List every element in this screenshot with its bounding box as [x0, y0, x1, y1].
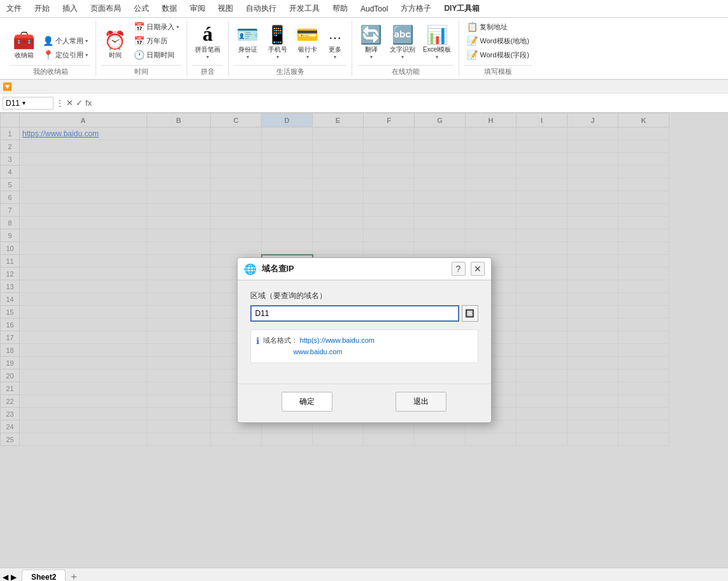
formula-confirm-btn[interactable]: ✓ [76, 98, 83, 108]
formula-bar: D11 ▾ ⋮ ✕ ✓ fx [0, 94, 728, 113]
confirm-button[interactable]: 确定 [282, 392, 332, 412]
personal-icon: 👤 [43, 36, 54, 46]
sheet-tabs: ◀ ▶ Sheet2 ＋ [0, 568, 728, 581]
ocr-icon: 🔤 [392, 26, 414, 44]
modal-body: 区域（要查询的域名） 🔲 ℹ 域名格式： http(s)://www.baidu… [238, 280, 491, 384]
modal-footer: 确定 退出 [238, 384, 491, 419]
quick-access-bar: 🔽 [0, 80, 728, 94]
ribbon-btn-idcard[interactable]: 🪪 身份证 ▾ [234, 25, 261, 61]
menu-formula[interactable]: 公式 [127, 1, 155, 17]
menu-file[interactable]: 文件 [0, 1, 28, 17]
menu-insert[interactable]: 插入 [56, 1, 84, 17]
formula-expand-btn[interactable]: ⋮ [56, 99, 64, 108]
ribbon-btn-almanac[interactable]: 📅 万年历 [131, 34, 182, 47]
info-text: 域名格式： http(s)://www.baidu.com www.baidu.… [263, 335, 375, 357]
ribbon-group-online: 🔄 翻译 ▾ 🔤 文字识别 ▾ 📊 Excel模板 ▾ 在线功能 [352, 20, 459, 76]
ribbon-btn-personal[interactable]: 👤 个人常用 ▾ [40, 34, 90, 47]
ribbon-btn-bankcard[interactable]: 💳 银行卡 ▾ [294, 25, 321, 61]
modal-app-icon: 🌐 [244, 263, 257, 275]
pinyin-icon: á [203, 24, 213, 44]
ribbon-btn-more[interactable]: ⋯ 更多 ▾ [324, 30, 346, 61]
cancel-button[interactable]: 退出 [396, 392, 446, 412]
ribbon-group-time: ⏰ 时间 📅 日期录入 ▾ 📅 万年历 🕐 日期时间 [96, 20, 187, 76]
formula-cancel-btn[interactable]: ✕ [66, 98, 73, 108]
excel-icon: 📊 [426, 26, 448, 44]
ribbon-btn-exceltemplate[interactable]: 📊 Excel模板 ▾ [420, 25, 453, 61]
field-label: 区域（要查询的域名） [250, 290, 478, 301]
ribbon-btn-wordtemplate1[interactable]: 📝 Word模板(地地) [464, 34, 531, 47]
more-icon: ⋯ [329, 31, 341, 44]
menu-developer[interactable]: 开发工具 [283, 1, 326, 17]
modal-overlay: 🌐 域名查IP ? ✕ 区域（要查询的域名） 🔲 [0, 113, 728, 568]
formula-fx-btn[interactable]: fx [85, 98, 92, 108]
select-range-icon: 🔲 [465, 309, 475, 318]
sheet-tab-sheet2[interactable]: Sheet2 [22, 570, 66, 581]
idcard-icon: 🪪 [236, 26, 259, 44]
ribbon-group-inbox: 🧰 收纳箱 👤 个人常用 ▾ 📍 定位引用 ▾ 我的收纳箱 [5, 20, 96, 76]
ribbon: 🧰 收纳箱 👤 个人常用 ▾ 📍 定位引用 ▾ 我的收纳箱 [0, 18, 728, 80]
spreadsheet-container: A B C D E F G H I J K 1https://www.baidu… [0, 113, 728, 568]
ribbon-group-pinyin: á 拼音笔画 ▾ 拼音 [187, 20, 229, 76]
formula-input[interactable] [94, 97, 725, 109]
scroll-left-btn[interactable]: ◀ [3, 573, 8, 582]
bankcard-icon: 💳 [296, 26, 318, 44]
word-icon-1: 📝 [467, 36, 478, 46]
menu-ffgz[interactable]: 方方格子 [394, 1, 438, 17]
ribbon-btn-inbox[interactable]: 🧰 收纳箱 [10, 31, 38, 61]
name-box[interactable]: D11 ▾ [3, 97, 54, 110]
inbox-icon: 🧰 [13, 32, 35, 50]
ribbon-btn-ocr[interactable]: 🔤 文字识别 ▾ [387, 25, 418, 61]
modal-title: 域名查IP [262, 263, 452, 275]
ribbon-btn-phone[interactable]: 📱 手机号 ▾ [264, 25, 291, 61]
main-area: A B C D E F G H I J K 1https://www.baidu… [0, 113, 728, 568]
ribbon-btn-copyaddress[interactable]: 📋 复制地址 [464, 20, 531, 33]
menu-audtool[interactable]: AudTool [354, 2, 394, 16]
calendar-icon: 📅 [134, 22, 145, 32]
word-icon-2: 📝 [467, 50, 478, 60]
ribbon-btn-time[interactable]: ⏰ 时间 [101, 31, 129, 61]
ribbon-btn-datetime[interactable]: 🕐 日期时间 [131, 48, 182, 61]
modal-close-btn[interactable]: ✕ [471, 262, 485, 276]
menu-view[interactable]: 视图 [211, 1, 239, 17]
clock-icon: 🕐 [134, 50, 145, 60]
menu-layout[interactable]: 页面布局 [84, 1, 127, 17]
ribbon-btn-pinyin[interactable]: á 拼音笔画 ▾ [192, 22, 223, 61]
ribbon-btn-translate[interactable]: 🔄 翻译 ▾ [357, 25, 385, 61]
add-sheet-btn[interactable]: ＋ [67, 570, 81, 582]
locate-icon: 📍 [43, 50, 54, 60]
ribbon-group-template: 📋 复制地址 📝 Word模板(地地) 📝 Word模板(字段) 填写模板 [459, 20, 536, 76]
menu-help[interactable]: 帮助 [326, 1, 354, 17]
domain-input[interactable] [250, 305, 459, 322]
time-icon: ⏰ [104, 32, 126, 50]
menu-diy[interactable]: DIY工具箱 [438, 1, 486, 17]
menu-data[interactable]: 数据 [155, 1, 183, 17]
menu-review[interactable]: 审阅 [183, 1, 211, 17]
ribbon-btn-locate[interactable]: 📍 定位引用 ▾ [40, 48, 90, 61]
field-input-row: 🔲 [250, 305, 478, 322]
menu-home[interactable]: 开始 [28, 1, 56, 17]
info-row: ℹ 域名格式： http(s)://www.baidu.com www.baid… [250, 329, 478, 363]
info-icon: ℹ [256, 336, 259, 346]
ribbon-btn-wordtemplate2[interactable]: 📝 Word模板(字段) [464, 48, 531, 61]
phone-icon: 📱 [266, 26, 289, 44]
scroll-right-btn[interactable]: ▶ [11, 573, 17, 582]
menu-autorun[interactable]: 自动执行 [239, 1, 283, 17]
modal-help-btn[interactable]: ? [452, 262, 466, 276]
ribbon-group-services: 🪪 身份证 ▾ 📱 手机号 ▾ 💳 银行卡 ▾ ⋯ 更多 ▾ [229, 20, 352, 76]
menu-bar: 文件 开始 插入 页面布局 公式 数据 审阅 视图 自动执行 开发工具 帮助 A… [0, 0, 728, 18]
field-select-btn[interactable]: 🔲 [462, 305, 478, 322]
ribbon-btn-dateentry[interactable]: 📅 日期录入 ▾ [131, 20, 182, 33]
translate-icon: 🔄 [360, 26, 382, 44]
modal-titlebar: 🌐 域名查IP ? ✕ [238, 258, 491, 280]
almanac-icon: 📅 [134, 36, 145, 46]
quick-dropdown[interactable]: 🔽 [3, 82, 12, 91]
copy-icon: 📋 [467, 22, 478, 32]
domain-lookup-modal: 🌐 域名查IP ? ✕ 区域（要查询的域名） 🔲 [237, 257, 492, 423]
